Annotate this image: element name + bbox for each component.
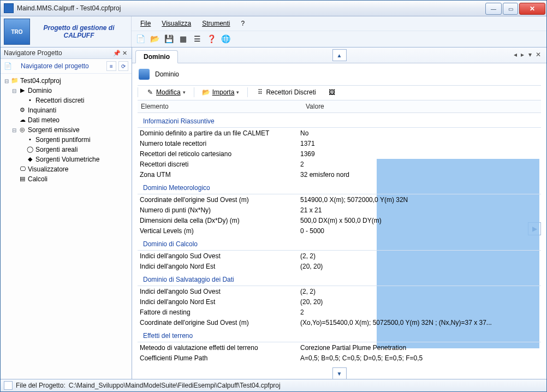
table-row[interactable]: Coordinate dell'origine Sud Ovest (m)(Xo… xyxy=(138,317,541,328)
maximize-button[interactable]: ▭ xyxy=(503,3,518,15)
table-row[interactable]: Dominio definito a partire da un file CA… xyxy=(138,128,541,138)
section-calcolo[interactable]: Dominio di Calcolo xyxy=(138,236,541,251)
section-terreno[interactable]: Effetti del terreno xyxy=(138,328,541,342)
viewer-icon: 🖵 xyxy=(18,165,27,173)
calc-icon: ▤ xyxy=(18,175,27,183)
content-panel: Dominio ▲ ◂ ▸ ▾ ✕ Dominio ✎Modifica▾ 📂Im… xyxy=(132,47,546,379)
table-row[interactable]: Indici dell'angolo Sud Ovest(2, 2) xyxy=(138,286,541,296)
warning-icon: ⚙ xyxy=(18,106,27,114)
section-meteo[interactable]: Dominio Meteorologico xyxy=(138,180,541,194)
menu-help[interactable]: ? xyxy=(236,17,251,29)
doc-icon: 📄 xyxy=(4,62,12,70)
table-row[interactable]: Indici dell'angolo Sud Ovest(2, 2) xyxy=(138,251,541,261)
toolbar-save-icon[interactable]: 💾 xyxy=(163,33,174,44)
section-informazioni[interactable]: Informazioni Riassuntive xyxy=(138,113,541,128)
window-title: Maind.MMS.Calpuff - Test04.cpfproj xyxy=(17,4,484,12)
minimize-button[interactable]: — xyxy=(485,3,502,15)
nav-action1-icon[interactable]: ≡ xyxy=(106,61,116,71)
table-row[interactable]: Zona UTM32 emisfero nord xyxy=(138,169,541,180)
tree-inquinanti[interactable]: ⚙Inquinanti xyxy=(3,105,129,115)
table-row[interactable]: Indici dell'angolo Nord Est(20, 20) xyxy=(138,261,541,271)
status-path: C:\Maind_Sviluppo\MaindModelSuite\Filedi… xyxy=(69,382,281,389)
navigator-panel: Navigatore Progetto 📌 ✕ 📄 Navigatore del… xyxy=(1,47,132,379)
action-recettori-discreti[interactable]: ⠿Recettori Discreti xyxy=(252,87,319,98)
tree-root[interactable]: ⊟📁Test04.cpfproj xyxy=(3,76,129,86)
toolbar: 📄 📂 💾 ▦ ☰ ❓ 🌐 xyxy=(132,31,546,46)
toolbar-list-icon[interactable]: ☰ xyxy=(192,33,203,44)
app-icon xyxy=(4,3,14,13)
panel-header: Dominio xyxy=(138,67,541,85)
menu-file[interactable]: File xyxy=(135,17,156,29)
tree-dominio[interactable]: ⊟▶Dominio xyxy=(3,86,129,96)
table-row[interactable]: Numero di punti (Nx*Ny)21 x 21 xyxy=(138,205,541,215)
table-row[interactable]: Numero totale recettori1371 xyxy=(138,138,541,149)
panel-title: Dominio xyxy=(155,70,179,78)
table-row[interactable]: Recettori del reticolo cartesiano1369 xyxy=(138,149,541,159)
tab-controls[interactable]: ◂ ▸ ▾ ✕ xyxy=(514,51,542,58)
app-window: Maind.MMS.Calpuff - Test04.cpfproj — ▭ ✕… xyxy=(0,0,547,392)
project-tree[interactable]: ⊟📁Test04.cpfproj ⊟▶Dominio •Recettori di… xyxy=(1,74,132,379)
area-source-icon: ◯ xyxy=(26,146,34,153)
toolbar-help-icon[interactable]: ❓ xyxy=(206,33,217,44)
section-salvataggio[interactable]: Dominio di Salvataggio dei Dati xyxy=(138,271,541,286)
panel-close-icon[interactable]: ✕ xyxy=(121,50,128,57)
collapse-up-icon[interactable]: ▲ xyxy=(332,49,347,61)
action-importa[interactable]: 📂Importa▾ xyxy=(199,87,243,98)
window-buttons: — ▭ ✕ xyxy=(484,3,545,14)
tree-visualizzatore[interactable]: 🖵Visualizzatore xyxy=(3,164,129,174)
collapse-down-icon[interactable]: ▼ xyxy=(332,367,347,379)
toolbar-open-icon[interactable]: 📂 xyxy=(149,33,160,44)
status-label: File del Progetto: xyxy=(16,382,66,389)
table-row[interactable]: Recettori discreti2 xyxy=(138,159,541,169)
table-row[interactable]: Coordinate dell'origine Sud Ovest (m)514… xyxy=(138,194,541,205)
nav-action2-icon[interactable]: ⟳ xyxy=(118,61,128,71)
logo-icon: TRO xyxy=(4,19,30,45)
toolbar-new-icon[interactable]: 📄 xyxy=(135,33,146,44)
action-modifica[interactable]: ✎Modifica▾ xyxy=(142,87,189,98)
table-row[interactable]: Coefficienti Plume PathA=0,5; B=0,5; C=0… xyxy=(138,353,541,363)
dropdown-icon: ▾ xyxy=(236,90,239,95)
toolbar-grid-icon[interactable]: ▦ xyxy=(177,33,188,44)
tree-sorgenti-areali[interactable]: ◯Sorgenti areali xyxy=(3,145,129,155)
table-row[interactable]: Dimensioni della cella (Dx*Dy) (m)500,0 … xyxy=(138,215,541,225)
status-bar: File del Progetto: C:\Maind_Sviluppo\Mai… xyxy=(1,379,546,391)
main-area: Navigatore Progetto 📌 ✕ 📄 Navigatore del… xyxy=(1,47,546,379)
tree-calcoli[interactable]: ▤Calcoli xyxy=(3,174,129,184)
image-icon: 🖼 xyxy=(328,88,336,96)
table-row[interactable]: Indici dell'angolo Nord Est(20, 20) xyxy=(138,296,541,307)
points-icon: • xyxy=(26,97,34,104)
toolbar-world-icon[interactable]: 🌐 xyxy=(220,33,231,44)
tree-sorgenti-puntiformi[interactable]: •Sorgenti puntiformi xyxy=(3,135,129,145)
col-elemento[interactable]: Elemento xyxy=(138,100,302,112)
edit-icon: ✎ xyxy=(146,88,154,96)
source-icon: ◎ xyxy=(18,126,27,134)
col-valore[interactable]: Valore xyxy=(302,100,541,112)
weather-icon: ☁ xyxy=(18,116,27,124)
table-row[interactable]: Meteodo di valutazione effetti del terre… xyxy=(138,342,541,353)
titlebar: Maind.MMS.Calpuff - Test04.cpfproj — ▭ ✕ xyxy=(1,1,546,16)
scatter-icon: ⠿ xyxy=(256,88,264,96)
navigator-subtitle: Navigatore del progetto xyxy=(12,62,89,70)
tab-dominio[interactable]: Dominio xyxy=(135,50,178,63)
action-bar: ✎Modifica▾ 📂Importa▾ ⠿Recettori Discreti… xyxy=(138,85,541,100)
tree-dati-meteo[interactable]: ☁Dati meteo xyxy=(3,115,129,125)
menu-strumenti[interactable]: Strumenti xyxy=(197,17,235,29)
menu-visualizza[interactable]: Visualizza xyxy=(156,17,197,29)
navigator-title: Navigatore Progetto xyxy=(4,49,62,57)
table-row[interactable]: Fattore di nesting2 xyxy=(138,307,541,317)
pin-icon[interactable]: 📌 xyxy=(113,50,121,57)
tree-sorgenti-emissive[interactable]: ⊟◎Sorgenti emissive xyxy=(3,125,129,135)
navigator-titlebar: Navigatore Progetto 📌 ✕ xyxy=(1,47,132,59)
header: TRO Progetto di gestione di CALPUFF File… xyxy=(1,16,546,47)
tab-row: Dominio ▲ ◂ ▸ ▾ ✕ xyxy=(132,47,546,63)
table-row[interactable]: Vertical Levels (m)0 - 5000 xyxy=(138,225,541,236)
dropdown-icon: ▾ xyxy=(183,90,186,95)
folder-icon: 📁 xyxy=(10,77,19,85)
panel-icon xyxy=(139,69,150,80)
tree-recettori-discreti[interactable]: •Recettori discreti xyxy=(3,96,129,105)
action-extra[interactable]: 🖼 xyxy=(324,87,340,98)
navigator-header: 📄 Navigatore del progetto ≡ ⟳ xyxy=(1,59,132,74)
grid-header: Elemento Valore xyxy=(138,100,541,113)
tree-sorgenti-volumetriche[interactable]: ◆Sorgenti Volumetriche xyxy=(3,155,129,164)
close-button[interactable]: ✕ xyxy=(519,3,545,15)
